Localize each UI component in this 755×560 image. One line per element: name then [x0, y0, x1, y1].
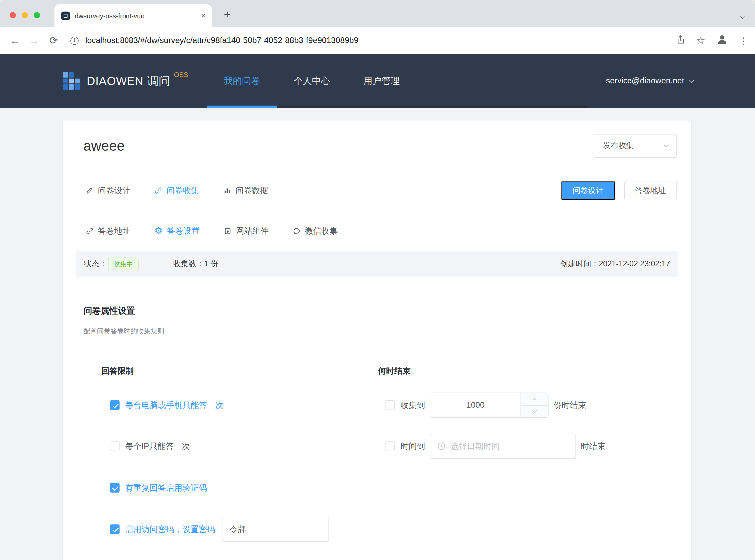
answer-url-button[interactable]: 答卷地址 [624, 181, 677, 200]
main-nav: 我的问卷 个人中心 用户管理 [207, 54, 416, 108]
answer-limits-heading: 回答限制 [101, 365, 378, 377]
url-text[interactable]: localhost:8083/#/dw/survey/c/attr/c98fa1… [85, 36, 358, 45]
checkbox-label[interactable]: 有重复回答启用验证码 [125, 482, 207, 494]
tab-answer-url[interactable]: 答卷地址 [85, 225, 130, 236]
window-zoom-button[interactable] [34, 12, 40, 18]
card-actions: 问卷设计 答卷地址 [561, 181, 677, 200]
tab-title: dwsurvey-oss-front-vue [75, 12, 196, 19]
tab-survey-data[interactable]: 问卷数据 [223, 185, 268, 196]
checkbox-label[interactable]: 每台电脑或手机只能答一次 [125, 400, 223, 411]
checkbox-label[interactable]: 时间到 [401, 441, 425, 452]
end-row-by-time: 时间到 选择日期时间 时结束 [378, 426, 605, 467]
nav-underline [207, 105, 587, 108]
app-header: DIAOWEN 调问 OSS 我的问卷 个人中心 用户管理 service@di… [0, 54, 755, 108]
tab-wechat-collect[interactable]: 微信收集 [292, 225, 338, 236]
decrease-button[interactable] [521, 405, 548, 417]
tab-label: 答卷地址 [98, 225, 130, 236]
tab-survey-design[interactable]: 问卷设计 [85, 185, 130, 196]
tab-close-icon[interactable]: ✕ [201, 12, 206, 19]
survey-title: aweee [83, 138, 124, 154]
share-icon[interactable] [676, 35, 686, 46]
end-count-input[interactable] [430, 393, 549, 418]
nav-item-my-surveys[interactable]: 我的问卷 [207, 54, 277, 108]
collect-count: 收集数：1 份 [174, 259, 218, 269]
end-conditions-heading: 何时结束 [378, 365, 605, 377]
datetime-placeholder: 选择日期时间 [451, 441, 500, 452]
tab-label: 问卷收集 [166, 185, 199, 196]
publish-select-value: 发布收集 [603, 141, 634, 151]
bar-chart-icon [223, 187, 231, 195]
limit-row-one-per-ip: 每个IP只能答一次 [101, 426, 378, 467]
browser-toolbar: ← → ⟳ i localhost:8083/#/dw/survey/c/att… [0, 27, 755, 54]
widget-icon [224, 227, 232, 235]
checkbox-label[interactable]: 每个IP只能答一次 [125, 441, 190, 452]
nav-item-user-management[interactable]: 用户管理 [347, 54, 416, 108]
checkbox-label[interactable]: 启用访问密码，设置密码 [125, 524, 215, 535]
status-bar: 状态： 收集中 收集数：1 份 创建时间：2021-12-02 23:02:17 [76, 252, 678, 277]
answer-limits-column: 回答限制 每台电脑或手机只能答一次 每个IP只能答一次 有重复回答启用验证码 [101, 365, 378, 550]
number-spinner [521, 393, 548, 417]
account-menu[interactable]: service@diaowen.net [606, 54, 693, 108]
collect-count-value: 1 份 [204, 260, 218, 268]
back-button[interactable]: ← [7, 32, 23, 48]
tab-label: 问卷数据 [236, 185, 268, 196]
tab-favicon [61, 11, 70, 20]
datetime-picker[interactable]: 选择日期时间 [430, 434, 576, 459]
reload-button[interactable]: ⟳ [45, 32, 62, 48]
chat-bubble-icon [292, 227, 300, 235]
survey-card: aweee 发布收集 问卷设计 问卷收集 问卷数据 [63, 121, 691, 560]
nav-item-personal-center[interactable]: 个人中心 [277, 54, 347, 108]
site-info-icon[interactable]: i [70, 36, 79, 45]
collect-count-label: 收集数： [174, 260, 204, 268]
chevron-down-icon [689, 78, 694, 82]
bookmark-star-icon[interactable]: ☆ [696, 35, 706, 46]
new-tab-button[interactable]: + [220, 7, 235, 22]
tab-label: 微信收集 [305, 225, 338, 236]
address-bar[interactable]: i localhost:8083/#/dw/survey/c/attr/c98f… [70, 36, 668, 45]
browser-menu-icon[interactable]: ⋮ [739, 35, 748, 46]
browser-tab-strip: dwsurvey-oss-front-vue ✕ + [0, 0, 755, 27]
checkbox-end-by-count[interactable] [385, 400, 395, 410]
diaowen-logo [63, 72, 80, 89]
forward-button[interactable]: → [26, 32, 42, 48]
brand-oss-tag: OSS [174, 71, 188, 79]
end-count-value[interactable] [430, 393, 520, 417]
tab-label: 答卷设置 [167, 225, 200, 236]
tab-answer-settings[interactable]: ⚙ 答卷设置 [155, 225, 200, 236]
checkbox-access-password[interactable] [110, 524, 120, 534]
tab-search-chevron-icon[interactable] [741, 12, 744, 20]
status-badge: 收集中 [108, 257, 139, 271]
end-time-suffix: 时结束 [580, 441, 605, 452]
survey-design-button[interactable]: 问卷设计 [561, 181, 615, 200]
checkbox-label[interactable]: 收集到 [401, 400, 425, 411]
nav-active-indicator [207, 105, 277, 108]
checkbox-captcha[interactable] [110, 483, 120, 493]
tab-label: 问卷设计 [98, 185, 130, 196]
tab-site-widget[interactable]: 网站组件 [224, 225, 269, 236]
increase-button[interactable] [521, 393, 548, 405]
primary-tabs: 问卷设计 问卷收集 问卷数据 问卷设计 答卷地址 [63, 172, 691, 210]
limit-row-one-per-device: 每台电脑或手机只能答一次 [101, 384, 378, 425]
browser-tab[interactable]: dwsurvey-oss-front-vue ✕ [54, 4, 212, 27]
chevron-down-icon [664, 143, 669, 147]
checkbox-end-by-time[interactable] [385, 441, 395, 451]
toolbar-actions: ☆ ⋮ [676, 33, 748, 47]
end-row-by-count: 收集到 份时结束 [378, 384, 605, 425]
window-close-button[interactable] [9, 12, 16, 18]
pencil-icon [85, 187, 93, 195]
link-icon [85, 227, 93, 235]
browser-window: dwsurvey-oss-front-vue ✕ + ← → ⟳ i local… [0, 0, 755, 560]
checkbox-one-per-ip[interactable] [110, 441, 120, 451]
clock-icon [437, 442, 446, 451]
access-password-input[interactable] [222, 517, 329, 542]
checkbox-one-per-device[interactable] [110, 400, 120, 410]
tab-survey-collect[interactable]: 问卷收集 [155, 185, 199, 196]
window-minimize-button[interactable] [22, 12, 28, 18]
page-background: aweee 发布收集 问卷设计 问卷收集 问卷数据 [0, 108, 755, 560]
publish-select[interactable]: 发布收集 [594, 134, 677, 158]
settings-columns: 回答限制 每台电脑或手机只能答一次 每个IP只能答一次 有重复回答启用验证码 [63, 365, 691, 550]
created-time-label: 创建时间： [560, 260, 599, 268]
profile-avatar[interactable] [716, 33, 729, 47]
window-controls [9, 12, 40, 18]
settings-section-title: 问卷属性设置 [83, 305, 691, 317]
